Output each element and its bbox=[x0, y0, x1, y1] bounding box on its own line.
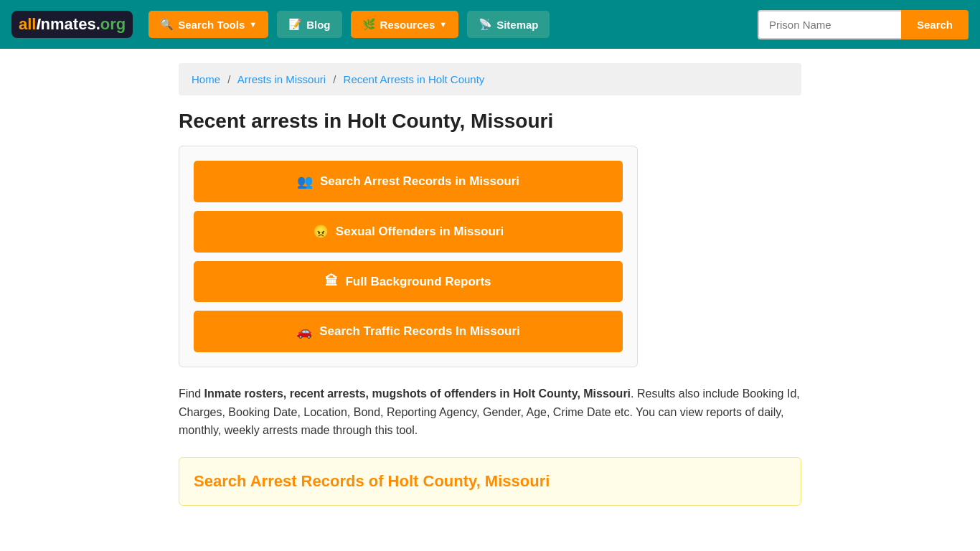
blog-label: Blog bbox=[306, 19, 330, 31]
action-buttons-box: 👥 Search Arrest Records in Missouri 😠 Se… bbox=[179, 146, 638, 367]
resources-icon: 🌿 bbox=[362, 18, 376, 31]
search-tools-chevron-icon: ▼ bbox=[249, 20, 257, 29]
search-tools-label: Search Tools bbox=[178, 19, 245, 31]
search-tools-icon: 🔍 bbox=[160, 18, 174, 31]
search-arrest-records-button[interactable]: 👥 Search Arrest Records in Missouri bbox=[194, 161, 623, 202]
resources-button[interactable]: 🌿 Resources ▼ bbox=[351, 11, 459, 38]
blog-icon: 📝 bbox=[288, 18, 302, 31]
sexual-offenders-label: Sexual Offenders in Missouri bbox=[336, 225, 504, 239]
description-bold: Inmate rosters, recent arrests, mugshots… bbox=[204, 387, 631, 400]
section-box: Search Arrest Records of Holt County, Mi… bbox=[179, 457, 801, 506]
blog-button[interactable]: 📝 Blog bbox=[277, 11, 341, 38]
sexual-offenders-button[interactable]: 😠 Sexual Offenders in Missouri bbox=[194, 211, 623, 253]
section-title: Search Arrest Records of Holt County, Mi… bbox=[194, 472, 786, 491]
breadcrumb-home-link[interactable]: Home bbox=[192, 73, 220, 85]
page-title: Recent arrests in Holt County, Missouri bbox=[179, 110, 801, 133]
sexual-offenders-icon: 😠 bbox=[313, 224, 329, 240]
breadcrumb-separator-2: / bbox=[333, 73, 336, 85]
page-description: Find Inmate rosters, recent arrests, mug… bbox=[179, 385, 801, 440]
breadcrumb: Home / Arrests in Missouri / Recent Arre… bbox=[179, 63, 801, 95]
traffic-records-icon: 🚗 bbox=[296, 324, 312, 339]
breadcrumb-current: Recent Arrests in Holt County bbox=[344, 73, 485, 85]
traffic-records-button[interactable]: 🚗 Search Traffic Records In Missouri bbox=[194, 311, 623, 352]
header-search-button[interactable]: Search bbox=[901, 10, 969, 39]
background-reports-icon: 🏛 bbox=[325, 274, 338, 289]
traffic-records-label: Search Traffic Records In Missouri bbox=[319, 324, 520, 339]
resources-label: Resources bbox=[380, 19, 435, 31]
sitemap-label: Sitemap bbox=[496, 19, 538, 31]
header-search-bar: Search bbox=[758, 10, 969, 39]
site-header: allInmates.org 🔍 Search Tools ▼ 📝 Blog 🌿… bbox=[0, 0, 980, 49]
breadcrumb-arrests-link[interactable]: Arrests in Missouri bbox=[237, 73, 326, 85]
description-part1: Find bbox=[179, 387, 204, 400]
main-content: Home / Arrests in Missouri / Recent Arre… bbox=[167, 49, 813, 520]
resources-chevron-icon: ▼ bbox=[439, 20, 447, 29]
sitemap-icon: 📡 bbox=[479, 18, 492, 31]
sitemap-button[interactable]: 📡 Sitemap bbox=[467, 11, 550, 38]
background-reports-label: Full Background Reports bbox=[345, 275, 491, 289]
breadcrumb-separator-1: / bbox=[227, 73, 230, 85]
search-button-label: Search bbox=[917, 19, 953, 31]
arrest-records-label: Search Arrest Records in Missouri bbox=[320, 174, 519, 189]
prison-name-input[interactable] bbox=[758, 10, 901, 39]
arrest-records-icon: 👥 bbox=[297, 174, 313, 189]
search-tools-button[interactable]: 🔍 Search Tools ▼ bbox=[149, 11, 268, 38]
background-reports-button[interactable]: 🏛 Full Background Reports bbox=[194, 261, 623, 302]
site-logo[interactable]: allInmates.org bbox=[11, 11, 133, 38]
